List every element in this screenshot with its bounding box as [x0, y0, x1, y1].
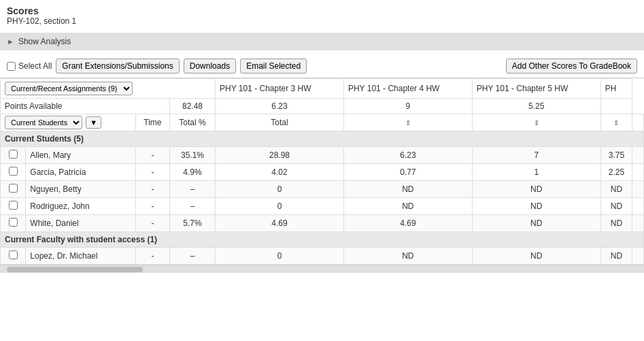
- sort-ch5-icon: ⇕: [613, 119, 619, 127]
- row-checkbox-cell[interactable]: [1, 198, 26, 215]
- sort-ch5[interactable]: ⇕: [600, 114, 632, 131]
- page: Scores PHY-102, section 1 ► Show Analysi…: [0, 0, 644, 341]
- section-header-row: Current Faculty with student access (1): [1, 232, 644, 248]
- row-checkbox-cell[interactable]: [1, 164, 26, 181]
- points-total: 82.48: [170, 99, 216, 114]
- toolbar-right: Add Other Scores To GradeBook: [506, 59, 637, 74]
- row-checkbox-cell[interactable]: [1, 181, 26, 198]
- select-all-label[interactable]: Select All: [7, 61, 52, 71]
- student-name: White, Daniel: [26, 215, 135, 232]
- select-all-text: Select All: [18, 61, 52, 71]
- points-ch5: 5.25: [472, 99, 600, 114]
- student-time: -: [135, 181, 169, 198]
- grant-extensions-button[interactable]: Grant Extensions/Submissions: [56, 59, 179, 74]
- student-type-dropdown[interactable]: Current Students: [5, 116, 82, 129]
- student-ch4: 7: [472, 147, 600, 164]
- student-ch3: ND: [343, 181, 472, 198]
- scores-table-container: Current/Recent Assignments (9) PHY 101 -…: [0, 78, 644, 265]
- table-row: Lopez, Dr. Michael-–0NDNDND: [1, 248, 644, 265]
- email-selected-button[interactable]: Email Selected: [240, 59, 307, 74]
- student-time: -: [135, 164, 169, 181]
- student-total: 0: [216, 198, 344, 215]
- student-total: 4.69: [216, 215, 344, 232]
- student-pct: –: [170, 198, 216, 215]
- total-label: Total: [216, 114, 344, 131]
- student-ch3: 4.69: [343, 215, 472, 232]
- toolbar-left: Select All Grant Extensions/Submissions …: [7, 59, 502, 74]
- show-analysis-label: Show Analysis: [18, 37, 71, 46]
- student-time: -: [135, 147, 169, 164]
- row-checkbox[interactable]: [9, 218, 18, 227]
- show-analysis-bar[interactable]: ► Show Analysis: [0, 33, 644, 50]
- header: Scores PHY-102, section 1: [0, 0, 644, 29]
- scrollbar-thumb[interactable]: [7, 267, 143, 272]
- student-ch3: ND: [343, 198, 472, 215]
- student-ch3: 0.77: [343, 164, 472, 181]
- student-ch5: ND: [600, 215, 632, 232]
- time-label: Time: [135, 114, 169, 131]
- student-pct: 35.1%: [170, 147, 216, 164]
- student-ph: [632, 147, 644, 164]
- row-checkbox[interactable]: [9, 167, 18, 176]
- student-time: -: [135, 198, 169, 215]
- assignment-filter-cell: Current/Recent Assignments (9): [1, 79, 216, 99]
- student-total: 4.02: [216, 164, 344, 181]
- points-ch4: 9: [343, 99, 472, 114]
- student-ph: [632, 181, 644, 198]
- row-checkbox-cell[interactable]: [1, 147, 26, 164]
- row-checkbox[interactable]: [9, 250, 18, 259]
- row-checkbox-cell[interactable]: [1, 248, 26, 265]
- student-ch4: ND: [472, 248, 600, 265]
- row-checkbox-cell[interactable]: [1, 215, 26, 232]
- page-title: Scores: [7, 5, 637, 16]
- total-pct-label: Total %: [170, 114, 216, 131]
- section-title: Current Faculty with student access (1): [1, 232, 644, 248]
- downloads-button[interactable]: Downloads: [184, 59, 236, 74]
- table-row: Rodriguez, John-–0NDNDND: [1, 198, 644, 215]
- student-time: -: [135, 248, 169, 265]
- student-ch4: ND: [472, 198, 600, 215]
- student-ch3: 6.23: [343, 147, 472, 164]
- student-ch5: ND: [600, 181, 632, 198]
- filter-row: Current/Recent Assignments (9) PHY 101 -…: [1, 79, 644, 99]
- sort-ch4[interactable]: ⇕: [472, 114, 600, 131]
- add-other-scores-button[interactable]: Add Other Scores To GradeBook: [506, 59, 637, 74]
- sort-row: Current Students ▼ Time Total % Total ⇕ …: [1, 114, 644, 131]
- scores-table: Current/Recent Assignments (9) PHY 101 -…: [0, 78, 644, 265]
- points-available-label: Points Available: [1, 99, 170, 114]
- col-ch3-header: PHY 101 - Chapter 3 HW: [216, 79, 344, 99]
- select-all-checkbox[interactable]: [7, 62, 16, 71]
- col-ch5-header: PHY 101 - Chapter 5 HW: [472, 79, 600, 99]
- assignment-dropdown[interactable]: Current/Recent Assignments (9): [5, 82, 133, 95]
- row-checkbox[interactable]: [9, 184, 18, 193]
- points-available-row: Points Available 82.48 6.23 9 5.25: [1, 99, 644, 114]
- sort-ch4-icon: ⇕: [534, 119, 539, 127]
- student-filter-arrow-button[interactable]: ▼: [86, 116, 101, 129]
- col-ch4-header: PHY 101 - Chapter 4 HW: [343, 79, 472, 99]
- student-ph: [632, 198, 644, 215]
- student-ph: [632, 164, 644, 181]
- student-pct: 4.9%: [170, 164, 216, 181]
- student-name: Allen, Mary: [26, 147, 135, 164]
- chevron-right-icon: ►: [7, 37, 14, 46]
- student-ch5: ND: [600, 248, 632, 265]
- sort-ch3[interactable]: ⇕: [343, 114, 472, 131]
- points-ch3: 6.23: [216, 99, 344, 114]
- student-ch4: 1: [472, 164, 600, 181]
- student-name: Rodriguez, John: [26, 198, 135, 215]
- col-ph-header: PH: [600, 79, 632, 99]
- scrollbar-area[interactable]: [0, 265, 644, 273]
- student-total: 28.98: [216, 147, 344, 164]
- student-name: Garcia, Patricia: [26, 164, 135, 181]
- row-checkbox[interactable]: [9, 201, 18, 210]
- student-total: 0: [216, 181, 344, 198]
- student-pct: 5.7%: [170, 215, 216, 232]
- table-row: Nguyen, Betty-–0NDNDND: [1, 181, 644, 198]
- student-ch4: ND: [472, 215, 600, 232]
- student-name: Nguyen, Betty: [26, 181, 135, 198]
- row-checkbox[interactable]: [9, 150, 18, 159]
- table-row: Garcia, Patricia-4.9%4.020.7712.25: [1, 164, 644, 181]
- page-subtitle: PHY-102, section 1: [7, 16, 637, 26]
- points-ph: [600, 99, 632, 114]
- student-ch3: ND: [343, 248, 472, 265]
